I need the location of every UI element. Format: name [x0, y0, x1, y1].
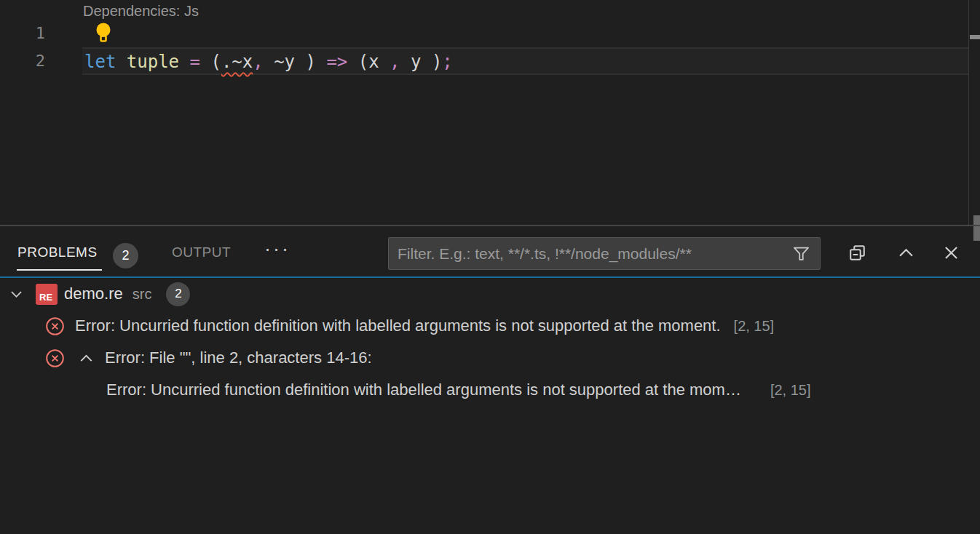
- problem-row[interactable]: Error: File "", line 2, characters 14-16…: [0, 342, 980, 374]
- code-token: ;: [442, 52, 452, 72]
- chevron-down-icon[interactable]: [9, 287, 24, 302]
- line-number-1: 1: [0, 24, 45, 42]
- codelens-dependencies[interactable]: Dependencies: Js: [83, 3, 199, 20]
- problems-list: RE demo.re src 2 Error: Uncurried functi…: [0, 278, 980, 406]
- code-token: [116, 52, 126, 72]
- reason-file-icon: RE: [36, 284, 58, 305]
- filter-input[interactable]: [389, 245, 791, 263]
- problem-message: Error: Uncurried function definition wit…: [75, 316, 721, 335]
- code-token: ,: [390, 52, 400, 72]
- code-token: tuple: [127, 52, 179, 72]
- active-tab-underline: [17, 269, 102, 271]
- problems-file-row[interactable]: RE demo.re src 2: [0, 278, 980, 310]
- file-directory: src: [133, 286, 152, 303]
- problem-message: Error: Uncurried function definition wit…: [106, 380, 741, 399]
- line-number-2: 2: [0, 52, 45, 70]
- problem-row[interactable]: Error: Uncurried function definition wit…: [0, 310, 980, 342]
- problems-count-badge: 2: [113, 243, 138, 268]
- scrollbar-thumb[interactable]: [973, 215, 980, 241]
- code-token: ~y ): [264, 52, 316, 72]
- vscode-window: Dependencies: Js 1 2 let tuple = (.~x, ~…: [0, 0, 980, 534]
- problem-position: [2, 15]: [770, 382, 811, 399]
- tab-problems[interactable]: PROBLEMS: [17, 244, 98, 260]
- code-token: [316, 52, 326, 72]
- error-icon: [45, 348, 65, 368]
- more-tabs-icon[interactable]: ···: [264, 238, 291, 260]
- code-token: =>: [326, 52, 347, 72]
- overview-ruler-cursor-mark: [970, 35, 980, 39]
- lightbulb-icon[interactable]: [94, 22, 113, 44]
- code-editor[interactable]: Dependencies: Js 1 2 let tuple = (.~x, ~…: [0, 0, 980, 225]
- scrollbar-gutter-line: [968, 0, 969, 226]
- chevron-up-icon[interactable]: [78, 350, 95, 367]
- tab-output[interactable]: OUTPUT: [172, 244, 231, 260]
- code-token: y ): [400, 52, 443, 72]
- code-token: =: [190, 52, 200, 72]
- problem-position: [2, 15]: [734, 318, 775, 335]
- file-name: demo.re: [64, 284, 123, 303]
- problems-filter-box: [388, 237, 821, 270]
- code-token: ,: [253, 52, 263, 72]
- code-token: [179, 52, 189, 72]
- close-panel-icon[interactable]: [941, 242, 961, 263]
- problem-message: Error: File "", line 2, characters 14-16…: [105, 348, 372, 367]
- editor-panel-divider[interactable]: [0, 225, 980, 226]
- code-line-2[interactable]: let tuple = (.~x, ~y ) => (x , y );: [84, 52, 453, 72]
- filter-icon[interactable]: [791, 244, 811, 263]
- restore-panel-icon[interactable]: [847, 242, 867, 263]
- error-icon: [45, 316, 65, 336]
- maximize-panel-icon[interactable]: [896, 242, 916, 263]
- problem-related-row[interactable]: Error: Uncurried function definition wit…: [0, 374, 980, 406]
- error-squiggle-token: .~x: [221, 52, 253, 72]
- code-token: (: [200, 52, 221, 72]
- code-token: (x: [347, 52, 390, 72]
- code-token: let: [84, 52, 116, 72]
- file-problems-count-badge: 2: [166, 282, 190, 306]
